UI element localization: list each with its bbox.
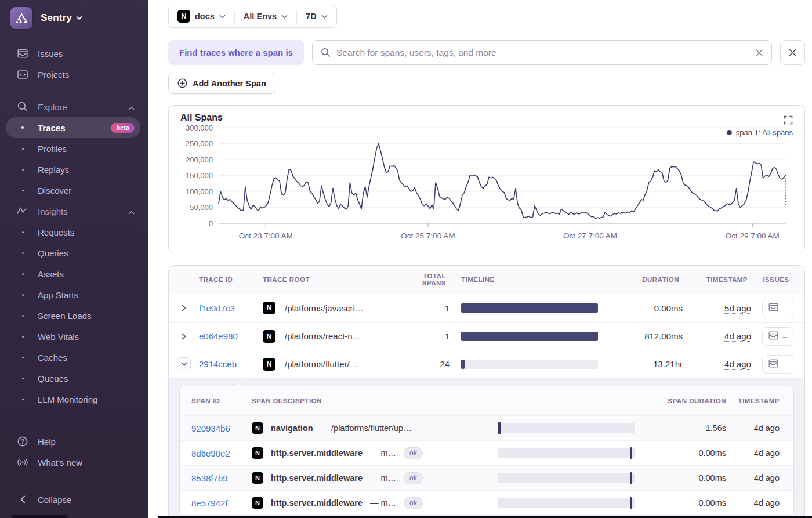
sidebar-item-projects[interactable]: Projects (6, 64, 140, 85)
col-header-span-description: SPAN DESCRIPTION (252, 397, 498, 404)
sidebar-item-insights[interactable]: Insights (6, 201, 140, 222)
chart-legend[interactable]: span 1: All spans (727, 128, 793, 137)
project-selector[interactable]: N docs (169, 5, 234, 27)
sidebar-item-discover[interactable]: Discover (6, 180, 140, 201)
org-switcher[interactable]: Sentry (0, 0, 148, 35)
span-row-8e57942f: 8e57942fNhttp.server.middleware— m…ok0.0… (180, 490, 793, 515)
sidebar-item-screen-loads[interactable]: Screen Loads (6, 305, 140, 326)
col-header-duration: DURATION (607, 276, 683, 283)
date-range-label: 7D (306, 12, 317, 21)
sidebar-item-label: Replays (38, 165, 135, 175)
sidebar-item-what-s-new[interactable]: What's new (6, 452, 145, 473)
span-timestamp[interactable]: 4d ago (754, 473, 780, 483)
sidebar-item-issues[interactable]: Issues (6, 43, 140, 64)
span-timestamp[interactable]: 4d ago (754, 448, 780, 458)
environment-selector[interactable]: All Envs (235, 5, 296, 27)
sidebar-item-label: Profiles (38, 144, 135, 154)
date-range-selector[interactable]: 7D (297, 5, 336, 27)
col-header-issues: ISSUES (751, 276, 804, 283)
bullet-icon (16, 399, 29, 400)
svg-text:250,000: 250,000 (186, 139, 213, 148)
add-another-span-button[interactable]: Add Another Span (168, 73, 276, 94)
span-id-link[interactable]: 8e57942f (191, 498, 228, 508)
span-search-input[interactable] (336, 48, 749, 58)
issues-icon (768, 303, 778, 313)
sidebar-item-replays[interactable]: Replays (6, 159, 140, 180)
sidebar-item-assets[interactable]: Assets (6, 263, 140, 284)
collapse-row-button[interactable] (177, 357, 191, 371)
trace-id-link[interactable]: 2914cceb (199, 359, 237, 369)
issues-count-button[interactable]: – (762, 299, 794, 317)
nextjs-project-icon: N (263, 330, 276, 343)
span-timeline-bar[interactable] (498, 473, 635, 483)
timeline-bar[interactable] (461, 303, 598, 313)
span-row-920934b6: 920934b6Nnavigation— /platforms/flutter/… (180, 415, 793, 440)
sidebar-item-caches[interactable]: Caches (6, 347, 140, 368)
sidebar-collapse-button[interactable]: Collapse (6, 489, 145, 510)
issues-count-button[interactable]: – (762, 327, 794, 346)
fullscreen-button[interactable] (781, 113, 795, 129)
expand-row-button[interactable] (179, 302, 188, 314)
sidebar-item-profiles[interactable]: Profiles (6, 138, 140, 159)
col-header-timestamp: TIMESTAMP (683, 276, 751, 283)
sidebar-item-label: LLM Monitoring (38, 394, 135, 404)
sidebar-item-app-starts[interactable]: App Starts (6, 284, 140, 305)
traces-table-header: TRACE IDTRACE ROOTTOTAL SPANSTIMELINEDUR… (169, 266, 804, 294)
sidebar-item-queues[interactable]: Queues (6, 368, 140, 389)
sidebar-item-llm-monitoring[interactable]: LLM Monitoring (6, 389, 140, 410)
bullet-icon (16, 169, 29, 171)
chevron-down-icon (76, 16, 82, 20)
trace-id-link[interactable]: f1e0d7c3 (199, 303, 235, 313)
issues-count-button[interactable]: – (762, 355, 794, 374)
col-header-span-timestamp: TIMESTAMP (726, 397, 793, 404)
nextjs-project-icon: N (263, 358, 276, 371)
sidebar-item-requests[interactable]: Requests (6, 222, 140, 242)
span-timeline-bar[interactable] (498, 498, 635, 508)
sentry-logo-icon (10, 7, 32, 29)
span-timeline-bar[interactable] (498, 423, 635, 433)
sidebar-item-label: Projects (38, 70, 135, 79)
sidebar-item-label: Help (38, 437, 139, 447)
projects-icon (16, 68, 29, 80)
bullet-icon (16, 231, 29, 233)
collapse-icon (16, 495, 29, 503)
spans-subtable-header: SPAN IDSPAN DESCRIPTIONSPAN DURATIONTIME… (180, 386, 793, 415)
chevron-up-icon (128, 207, 135, 216)
sidebar-item-queries[interactable]: Queries (6, 242, 140, 263)
col-header-trace-root: TRACE ROOT (263, 276, 400, 283)
trace-timestamp[interactable]: 4d ago (724, 359, 751, 370)
span-id-link[interactable]: 8538f7b9 (191, 473, 228, 483)
trace-id-link[interactable]: e064e980 (199, 331, 238, 341)
span-op: navigation (271, 423, 313, 433)
chevron-up-icon (128, 102, 135, 112)
expand-row-button[interactable] (179, 331, 188, 342)
timeline-bar[interactable] (461, 360, 598, 369)
span-description: — m… (370, 498, 396, 508)
timeline-bar[interactable] (461, 332, 598, 341)
span-id-link[interactable]: 920934b6 (191, 423, 230, 433)
sidebar-item-web-vitals[interactable]: Web Vitals (6, 326, 140, 347)
total-spans: 1 (400, 303, 449, 313)
svg-text:Oct 27 7:00 AM: Oct 27 7:00 AM (563, 231, 617, 240)
span-description: — /platforms/flutter/up… (321, 423, 412, 433)
main-content: N docs All Envs 7D Find traces where a s… (148, 0, 812, 518)
span-timeline-bar[interactable] (498, 448, 635, 458)
svg-text:Oct 29 7:00 AM: Oct 29 7:00 AM (726, 231, 780, 240)
span-timestamp[interactable]: 4d ago (754, 498, 780, 508)
org-name: Sentry (41, 12, 72, 24)
bullet-icon (16, 273, 29, 275)
clear-search-icon[interactable] (755, 49, 763, 57)
trace-timestamp[interactable]: 5d ago (724, 303, 751, 314)
issues-icon (768, 359, 778, 370)
remove-span-filter-button[interactable] (780, 40, 805, 65)
span-search-box (312, 40, 772, 65)
sidebar-item-explore[interactable]: Explore (6, 96, 140, 117)
trace-timestamp[interactable]: 4d ago (724, 331, 751, 342)
col-header-span-duration: SPAN DURATION (650, 397, 726, 404)
sidebar-item-traces[interactable]: Tracesbeta (6, 117, 140, 138)
chart-canvas[interactable]: 050,000100,000150,000200,000250,000300,0… (178, 123, 795, 244)
trace-row-e064e980: e064e980N/platforms/react-n…1812.00ms4d … (169, 322, 804, 350)
sidebar-item-help[interactable]: ?Help (6, 431, 145, 452)
span-timestamp[interactable]: 4d ago (754, 423, 780, 433)
span-id-link[interactable]: 8d6e90e2 (191, 448, 230, 458)
